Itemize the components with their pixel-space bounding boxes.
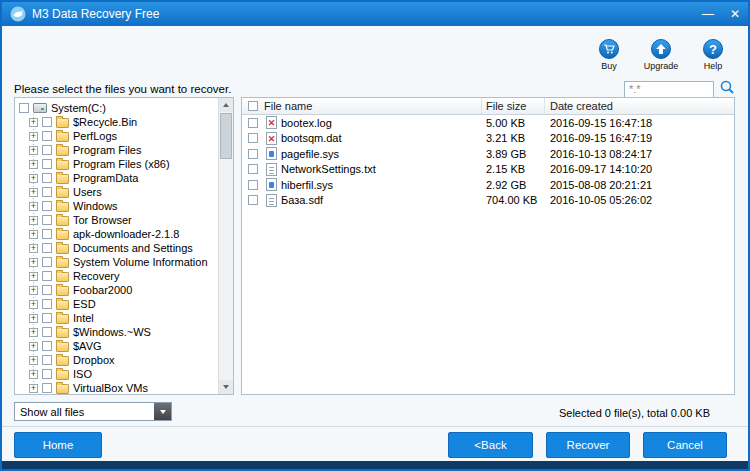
header-date-created[interactable]: Date created bbox=[545, 98, 734, 114]
expand-icon[interactable]: + bbox=[29, 384, 38, 393]
checkbox[interactable] bbox=[42, 131, 52, 141]
checkbox[interactable] bbox=[42, 285, 52, 295]
chevron-down-icon[interactable] bbox=[154, 403, 171, 420]
expand-icon[interactable]: + bbox=[29, 356, 38, 365]
tree-item[interactable]: +Foobar2000 bbox=[19, 283, 217, 297]
tree-item[interactable]: +Intel bbox=[19, 311, 217, 325]
expand-icon[interactable]: + bbox=[29, 272, 38, 281]
tree-item[interactable]: +Tor Browser bbox=[19, 213, 217, 227]
header-file-name[interactable]: File name bbox=[264, 100, 312, 112]
scroll-down-button[interactable] bbox=[219, 380, 233, 394]
checkbox[interactable] bbox=[19, 103, 29, 113]
checkbox[interactable] bbox=[42, 243, 52, 253]
checkbox[interactable] bbox=[42, 215, 52, 225]
file-checkbox[interactable] bbox=[248, 180, 258, 190]
checkbox[interactable] bbox=[42, 187, 52, 197]
tree-item[interactable]: +Users bbox=[19, 185, 217, 199]
table-row[interactable]: bootex.log5.00 KB2016-09-15 16:47:18 bbox=[242, 115, 734, 131]
tree-item[interactable]: +Program Files (x86) bbox=[19, 157, 217, 171]
file-size: 3.89 GB bbox=[482, 146, 545, 162]
buy-button[interactable]: Buy bbox=[588, 39, 630, 71]
expand-icon[interactable]: + bbox=[29, 216, 38, 225]
tree-root[interactable]: System(C:) bbox=[19, 101, 217, 115]
checkbox[interactable] bbox=[42, 327, 52, 337]
expand-icon[interactable]: + bbox=[29, 244, 38, 253]
expand-icon[interactable]: + bbox=[29, 328, 38, 337]
home-button[interactable]: Home bbox=[14, 432, 102, 458]
tree-item[interactable]: +Program Files bbox=[19, 143, 217, 157]
checkbox[interactable] bbox=[42, 159, 52, 169]
checkbox[interactable] bbox=[42, 145, 52, 155]
tree-item[interactable]: +apk-downloader-2.1.8 bbox=[19, 227, 217, 241]
checkbox[interactable] bbox=[42, 299, 52, 309]
tree-item[interactable]: +System Volume Information bbox=[19, 255, 217, 269]
tree-scrollbar[interactable] bbox=[218, 98, 233, 394]
expand-icon[interactable]: + bbox=[29, 370, 38, 379]
expand-icon[interactable]: + bbox=[29, 342, 38, 351]
checkbox[interactable] bbox=[42, 313, 52, 323]
expand-icon[interactable]: + bbox=[29, 132, 38, 141]
checkbox[interactable] bbox=[42, 201, 52, 211]
file-checkbox[interactable] bbox=[248, 164, 258, 174]
tree-item[interactable]: +ESD bbox=[19, 297, 217, 311]
tree-item[interactable]: +Dropbox bbox=[19, 353, 217, 367]
file-checkbox[interactable] bbox=[248, 118, 258, 128]
scrollbar-thumb[interactable] bbox=[220, 113, 232, 159]
table-row[interactable]: hiberfil.sys2.92 GB2015-08-08 20:21:21 bbox=[242, 177, 734, 193]
tree-item-label: $Windows.~WS bbox=[73, 326, 151, 338]
checkbox[interactable] bbox=[42, 257, 52, 267]
cancel-button[interactable]: Cancel bbox=[643, 432, 727, 458]
table-row[interactable]: pagefile.sys3.89 GB2016-10-13 08:24:17 bbox=[242, 146, 734, 162]
checkbox[interactable] bbox=[42, 369, 52, 379]
tree-item[interactable]: +ProgramData bbox=[19, 171, 217, 185]
expand-icon[interactable]: + bbox=[29, 160, 38, 169]
checkbox[interactable] bbox=[42, 383, 52, 393]
tree-item[interactable]: +ISO bbox=[19, 367, 217, 381]
checkbox[interactable] bbox=[42, 173, 52, 183]
expand-icon[interactable]: + bbox=[29, 174, 38, 183]
file-checkbox[interactable] bbox=[248, 133, 258, 143]
close-button[interactable]: ✕ bbox=[730, 8, 740, 20]
expand-icon[interactable]: + bbox=[29, 258, 38, 267]
folder-icon bbox=[56, 272, 69, 282]
expand-icon[interactable]: + bbox=[29, 286, 38, 295]
tree-item[interactable]: +PerfLogs bbox=[19, 129, 217, 143]
table-row[interactable]: bootsqm.dat3.21 KB2016-09-15 16:47:19 bbox=[242, 131, 734, 147]
file-size: 3.21 KB bbox=[482, 131, 545, 147]
expand-icon[interactable]: + bbox=[29, 314, 38, 323]
scroll-up-button[interactable] bbox=[219, 98, 233, 112]
select-all-checkbox[interactable] bbox=[248, 101, 258, 111]
table-row[interactable]: NetworkSettings.txt2.15 KB2016-09-17 14:… bbox=[242, 162, 734, 178]
file-checkbox[interactable] bbox=[248, 149, 258, 159]
upgrade-button[interactable]: Upgrade bbox=[640, 39, 682, 71]
tree-item[interactable]: +Recovery bbox=[19, 269, 217, 283]
table-row[interactable]: База.sdf704.00 KB2016-10-05 05:26:02 bbox=[242, 193, 734, 209]
back-button[interactable]: <Back bbox=[448, 432, 533, 458]
file-filter-dropdown[interactable]: Show all files bbox=[14, 402, 172, 421]
tree-item[interactable]: +VirtualBox VMs bbox=[19, 381, 217, 394]
search-input[interactable] bbox=[624, 81, 714, 98]
tree-item[interactable]: +$AVG bbox=[19, 339, 217, 353]
checkbox[interactable] bbox=[42, 271, 52, 281]
minimize-button[interactable]: — bbox=[702, 8, 714, 20]
search-icon[interactable] bbox=[719, 79, 735, 99]
file-checkbox[interactable] bbox=[248, 195, 258, 205]
expand-icon[interactable]: + bbox=[29, 202, 38, 211]
expand-icon[interactable]: + bbox=[29, 146, 38, 155]
tree-item[interactable]: +Windows bbox=[19, 199, 217, 213]
recover-button[interactable]: Recover bbox=[546, 432, 630, 458]
checkbox[interactable] bbox=[42, 341, 52, 351]
expand-icon[interactable]: + bbox=[29, 188, 38, 197]
tree-item[interactable]: +$Recycle.Bin bbox=[19, 115, 217, 129]
checkbox[interactable] bbox=[42, 117, 52, 127]
expand-icon[interactable]: + bbox=[29, 118, 38, 127]
help-button[interactable]: ? Help bbox=[692, 39, 734, 71]
expand-icon[interactable]: + bbox=[29, 230, 38, 239]
header-file-size[interactable]: File size bbox=[482, 98, 545, 114]
checkbox[interactable] bbox=[42, 355, 52, 365]
tree-item[interactable]: +$Windows.~WS bbox=[19, 325, 217, 339]
tree-item[interactable]: +Documents and Settings bbox=[19, 241, 217, 255]
expand-icon[interactable]: + bbox=[29, 300, 38, 309]
folder-icon bbox=[56, 118, 69, 128]
checkbox[interactable] bbox=[42, 229, 52, 239]
